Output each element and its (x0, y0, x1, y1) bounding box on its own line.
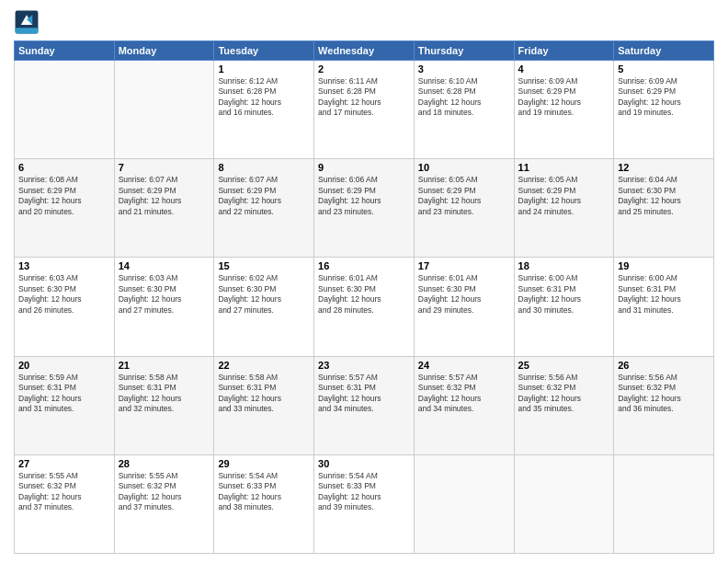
calendar-cell: 15Sunrise: 6:02 AMSunset: 6:30 PMDayligh… (214, 258, 314, 356)
calendar-cell: 14Sunrise: 6:03 AMSunset: 6:30 PMDayligh… (114, 258, 214, 356)
day-number: 27 (18, 458, 110, 469)
calendar-cell: 2Sunrise: 6:11 AMSunset: 6:28 PMDaylight… (314, 61, 415, 159)
day-info: Sunrise: 6:03 AMSunset: 6:30 PMDaylight:… (18, 273, 110, 316)
calendar-week-row: 13Sunrise: 6:03 AMSunset: 6:30 PMDayligh… (15, 258, 714, 356)
page: SundayMondayTuesdayWednesdayThursdayFrid… (0, 0, 728, 563)
calendar-cell: 10Sunrise: 6:05 AMSunset: 6:29 PMDayligh… (414, 159, 514, 258)
calendar-cell: 13Sunrise: 6:03 AMSunset: 6:30 PMDayligh… (15, 258, 115, 356)
calendar-cell (514, 454, 614, 553)
day-number: 21 (119, 360, 210, 371)
day-number: 30 (318, 458, 410, 469)
day-info: Sunrise: 5:58 AMSunset: 6:31 PMDaylight:… (218, 373, 310, 415)
day-info: Sunrise: 6:07 AMSunset: 6:29 PMDaylight:… (119, 175, 210, 217)
day-info: Sunrise: 5:54 AMSunset: 6:33 PMDaylight:… (218, 471, 310, 513)
day-number: 13 (18, 260, 110, 271)
day-number: 3 (418, 63, 510, 75)
day-number: 9 (318, 162, 410, 173)
day-info: Sunrise: 6:05 AMSunset: 6:29 PMDaylight:… (518, 175, 610, 217)
day-number: 10 (418, 162, 510, 173)
header (14, 9, 714, 35)
logo-icon (14, 9, 40, 35)
day-info: Sunrise: 5:57 AMSunset: 6:31 PMDaylight:… (318, 373, 410, 415)
day-number: 1 (218, 63, 310, 75)
calendar-cell: 7Sunrise: 6:07 AMSunset: 6:29 PMDaylight… (114, 159, 214, 258)
day-number: 15 (218, 260, 310, 271)
day-info: Sunrise: 6:06 AMSunset: 6:29 PMDaylight:… (318, 175, 410, 217)
calendar-cell (15, 61, 115, 159)
day-number: 22 (218, 360, 310, 371)
day-number: 18 (518, 260, 610, 271)
calendar-cell: 8Sunrise: 6:07 AMSunset: 6:29 PMDaylight… (214, 159, 314, 258)
calendar-cell: 1Sunrise: 6:12 AMSunset: 6:28 PMDaylight… (214, 61, 314, 159)
calendar-cell: 6Sunrise: 6:08 AMSunset: 6:29 PMDaylight… (15, 159, 115, 258)
day-number: 29 (218, 458, 310, 469)
weekday-header-monday: Monday (114, 41, 214, 61)
calendar-cell (114, 61, 214, 159)
calendar-cell: 12Sunrise: 6:04 AMSunset: 6:30 PMDayligh… (614, 159, 714, 258)
day-info: Sunrise: 5:56 AMSunset: 6:32 PMDaylight:… (618, 373, 710, 415)
calendar-cell: 22Sunrise: 5:58 AMSunset: 6:31 PMDayligh… (214, 356, 314, 454)
day-info: Sunrise: 6:03 AMSunset: 6:30 PMDaylight:… (119, 273, 210, 316)
day-info: Sunrise: 6:01 AMSunset: 6:30 PMDaylight:… (318, 273, 410, 316)
calendar-cell: 17Sunrise: 6:01 AMSunset: 6:30 PMDayligh… (414, 258, 514, 356)
calendar-cell: 23Sunrise: 5:57 AMSunset: 6:31 PMDayligh… (314, 356, 415, 454)
weekday-header-thursday: Thursday (414, 41, 514, 61)
calendar-cell: 20Sunrise: 5:59 AMSunset: 6:31 PMDayligh… (15, 356, 115, 454)
day-info: Sunrise: 6:12 AMSunset: 6:28 PMDaylight:… (218, 76, 310, 119)
day-number: 14 (119, 260, 210, 271)
calendar-cell: 16Sunrise: 6:01 AMSunset: 6:30 PMDayligh… (314, 258, 415, 356)
day-number: 19 (618, 260, 710, 271)
day-number: 2 (318, 63, 410, 75)
day-number: 23 (318, 360, 410, 371)
calendar-cell (414, 454, 514, 553)
calendar-week-row: 20Sunrise: 5:59 AMSunset: 6:31 PMDayligh… (15, 356, 714, 454)
calendar-cell: 3Sunrise: 6:10 AMSunset: 6:28 PMDaylight… (414, 61, 514, 159)
day-info: Sunrise: 6:00 AMSunset: 6:31 PMDaylight:… (518, 273, 610, 316)
day-info: Sunrise: 5:55 AMSunset: 6:32 PMDaylight:… (119, 471, 210, 513)
calendar-cell: 21Sunrise: 5:58 AMSunset: 6:31 PMDayligh… (114, 356, 214, 454)
day-number: 17 (418, 260, 510, 271)
day-number: 26 (618, 360, 710, 371)
calendar-cell: 11Sunrise: 6:05 AMSunset: 6:29 PMDayligh… (514, 159, 614, 258)
weekday-header-saturday: Saturday (614, 41, 714, 61)
weekday-header-sunday: Sunday (15, 41, 115, 61)
day-info: Sunrise: 6:07 AMSunset: 6:29 PMDaylight:… (218, 175, 310, 217)
day-number: 5 (618, 63, 710, 75)
day-info: Sunrise: 5:56 AMSunset: 6:32 PMDaylight:… (518, 373, 610, 415)
calendar-cell: 5Sunrise: 6:09 AMSunset: 6:29 PMDaylight… (614, 61, 714, 159)
weekday-header-friday: Friday (514, 41, 614, 61)
day-info: Sunrise: 6:09 AMSunset: 6:29 PMDaylight:… (618, 76, 710, 119)
day-info: Sunrise: 6:00 AMSunset: 6:31 PMDaylight:… (618, 273, 710, 316)
calendar-cell (614, 454, 714, 553)
calendar-cell: 29Sunrise: 5:54 AMSunset: 6:33 PMDayligh… (214, 454, 314, 553)
calendar-cell: 18Sunrise: 6:00 AMSunset: 6:31 PMDayligh… (514, 258, 614, 356)
day-number: 25 (518, 360, 610, 371)
calendar-table: SundayMondayTuesdayWednesdayThursdayFrid… (14, 40, 714, 554)
day-info: Sunrise: 6:08 AMSunset: 6:29 PMDaylight:… (18, 175, 110, 217)
day-number: 7 (119, 162, 210, 173)
day-info: Sunrise: 5:57 AMSunset: 6:32 PMDaylight:… (418, 373, 510, 415)
day-info: Sunrise: 6:05 AMSunset: 6:29 PMDaylight:… (418, 175, 510, 217)
calendar-week-row: 6Sunrise: 6:08 AMSunset: 6:29 PMDaylight… (15, 159, 714, 258)
day-info: Sunrise: 5:59 AMSunset: 6:31 PMDaylight:… (18, 373, 110, 415)
day-number: 11 (518, 162, 610, 173)
calendar-cell: 25Sunrise: 5:56 AMSunset: 6:32 PMDayligh… (514, 356, 614, 454)
calendar-week-row: 1Sunrise: 6:12 AMSunset: 6:28 PMDaylight… (15, 61, 714, 159)
day-info: Sunrise: 6:11 AMSunset: 6:28 PMDaylight:… (318, 76, 410, 119)
weekday-header-row: SundayMondayTuesdayWednesdayThursdayFrid… (15, 41, 714, 61)
day-info: Sunrise: 6:09 AMSunset: 6:29 PMDaylight:… (518, 76, 610, 119)
day-number: 16 (318, 260, 410, 271)
day-number: 12 (618, 162, 710, 173)
day-info: Sunrise: 6:02 AMSunset: 6:30 PMDaylight:… (218, 273, 310, 316)
day-number: 4 (518, 63, 610, 75)
day-number: 20 (18, 360, 110, 371)
day-info: Sunrise: 6:04 AMSunset: 6:30 PMDaylight:… (618, 175, 710, 217)
calendar-cell: 19Sunrise: 6:00 AMSunset: 6:31 PMDayligh… (614, 258, 714, 356)
weekday-header-tuesday: Tuesday (214, 41, 314, 61)
day-number: 28 (119, 458, 210, 469)
logo (14, 9, 43, 35)
day-number: 8 (218, 162, 310, 173)
day-info: Sunrise: 5:54 AMSunset: 6:33 PMDaylight:… (318, 471, 410, 513)
day-info: Sunrise: 6:01 AMSunset: 6:30 PMDaylight:… (418, 273, 510, 316)
calendar-cell: 28Sunrise: 5:55 AMSunset: 6:32 PMDayligh… (114, 454, 214, 553)
